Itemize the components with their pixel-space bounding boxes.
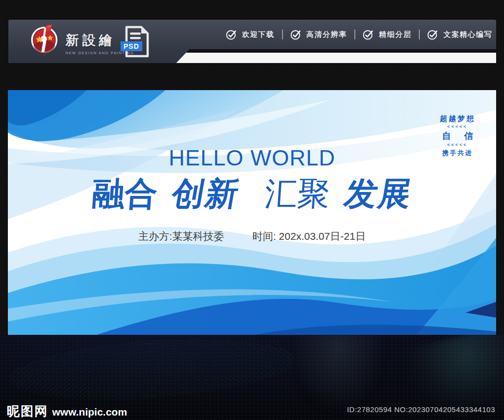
image-id-text: ID:27820594 NO:20230704205433344103 bbox=[347, 405, 495, 414]
poster-canvas: 超越梦想 <<<<< 自 信 <<<<< 携手共进 HELLO WORLD 融合… bbox=[8, 90, 496, 335]
site-url: www.nipic.com bbox=[52, 406, 127, 418]
feature-item: 文案精心编写 bbox=[427, 29, 492, 40]
site-name: 昵图网 bbox=[7, 403, 48, 420]
robot-silhouette bbox=[292, 335, 386, 416]
feature-label: 高清分辨率 bbox=[307, 30, 347, 39]
feature-item: 欢迎下载 bbox=[226, 29, 275, 40]
check-circle-icon bbox=[226, 29, 238, 40]
separator bbox=[354, 30, 355, 39]
feature-list: 欢迎下载 高清分辨率 精细分层 文案精心编写 bbox=[211, 20, 492, 49]
subtitle-row: 主办方:某某科技委 时间: 202x.03.07日-21日 bbox=[8, 229, 496, 243]
title-part: 汇聚 bbox=[263, 172, 331, 216]
feature-label: 欢迎下载 bbox=[242, 30, 275, 39]
page: 新設繪 NEW DESIGN AND PAINTING PSD 欢迎下载 高清分… bbox=[0, 0, 504, 420]
slogan-line: 超越梦想 bbox=[437, 115, 478, 122]
separator bbox=[419, 30, 420, 39]
separator bbox=[282, 30, 283, 39]
header-accent-stripe bbox=[176, 53, 496, 63]
slogan-arrows: <<<<< bbox=[437, 125, 478, 129]
time-text: 时间: 202x.03.07日-21日 bbox=[252, 229, 366, 243]
title-part: 融合 bbox=[91, 172, 158, 216]
feature-label: 文案精心编写 bbox=[443, 30, 492, 39]
slogan-line: 自 信 bbox=[442, 131, 478, 140]
main-title: 融合 创新 汇聚 发展 bbox=[8, 172, 496, 216]
feature-item: 精细分层 bbox=[363, 29, 411, 40]
site-watermark: 昵图网 www.nipic.com bbox=[7, 403, 127, 420]
feature-item: 高清分辨率 bbox=[290, 29, 347, 40]
psd-badge-label: PSD bbox=[121, 41, 142, 51]
subtitle-en: HELLO WORLD bbox=[8, 145, 496, 171]
check-circle-icon bbox=[363, 29, 375, 40]
check-circle-icon bbox=[290, 29, 302, 40]
feature-label: 精细分层 bbox=[379, 30, 411, 39]
psd-file-icon: PSD bbox=[123, 26, 150, 58]
check-circle-icon bbox=[427, 29, 439, 40]
title-part: 发展 bbox=[341, 172, 416, 216]
wave-mesh-decoration bbox=[7, 335, 296, 407]
title-part: 创新 bbox=[168, 172, 243, 216]
brand-logo-icon bbox=[30, 24, 59, 54]
organizer-text: 主办方:某某科技委 bbox=[138, 229, 224, 243]
